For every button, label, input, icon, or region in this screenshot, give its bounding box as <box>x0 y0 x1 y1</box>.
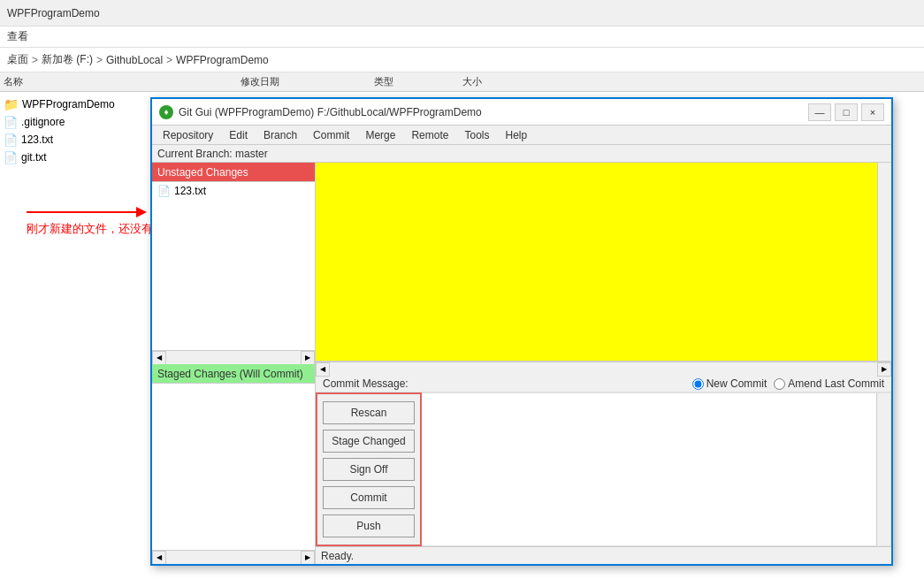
git-title-buttons: — □ × <box>808 103 884 121</box>
current-branch-label: Current Branch: <box>157 148 233 160</box>
new-commit-radio[interactable]: New Commit <box>692 377 767 390</box>
menu-merge[interactable]: Merge <box>358 127 402 143</box>
explorer-title-bar: WPFProgramDemo <box>0 0 924 27</box>
unstaged-scrollbar-h[interactable]: ◀ ▶ <box>152 350 315 364</box>
menu-remote[interactable]: Remote <box>404 127 455 143</box>
commit-message-label: Commit Message: <box>323 377 409 390</box>
git-status-bar: Ready. <box>316 546 891 564</box>
annotation-arrow <box>27 203 155 221</box>
commit-text-area <box>422 392 891 546</box>
new-commit-radio-input[interactable] <box>692 378 704 390</box>
doc-icon: 📄 <box>157 185 171 197</box>
file-name: .gitignore <box>21 116 65 128</box>
git-title-left: ♦ Git Gui (WPFProgramDemo) F:/GithubLoca… <box>159 105 482 119</box>
breadcrumb-sep-3: > <box>166 54 172 66</box>
scroll-right-btn[interactable]: ▶ <box>877 362 891 377</box>
git-left-panel: Unstaged Changes 📄 123.txt ◀ ▶ Staged Ch… <box>152 163 316 564</box>
explorer-menu-view[interactable]: 查看 <box>7 29 28 44</box>
staged-files-area <box>152 384 315 550</box>
git-title-bar: ♦ Git Gui (WPFProgramDemo) F:/GithubLoca… <box>152 99 891 126</box>
sign-off-button[interactable]: Sign Off <box>323 458 415 481</box>
git-main-content: Unstaged Changes 📄 123.txt ◀ ▶ Staged Ch… <box>152 163 891 564</box>
new-commit-label: New Commit <box>706 377 767 390</box>
git-right-panel: ◀ ▶ Commit Message: New Commit <box>316 163 891 564</box>
unstaged-files-area: 📄 123.txt <box>152 182 315 350</box>
explorer-title: WPFProgramDemo <box>7 7 100 19</box>
file-name: 123.txt <box>21 133 53 146</box>
col-header-type[interactable]: 类型 <box>340 75 428 88</box>
breadcrumb-sep-2: > <box>96 54 103 66</box>
staged-scrollbar-h[interactable]: ◀ ▶ <box>152 550 315 564</box>
scroll-left-btn[interactable]: ◀ <box>152 351 166 365</box>
diff-scrollbar-v[interactable] <box>877 163 891 361</box>
amend-commit-label: Amend Last Commit <box>788 377 884 390</box>
breadcrumb-wpfprogramdemo[interactable]: WPFProgramDemo <box>176 54 269 66</box>
scroll-right-btn[interactable]: ▶ <box>301 351 315 365</box>
git-title-text: Git Gui (WPFProgramDemo) F:/GithubLocal/… <box>179 106 482 118</box>
col-header-date[interactable]: 修改日期 <box>180 75 340 88</box>
commit-scrollbar-v[interactable] <box>876 393 890 545</box>
commit-type-radio-group: New Commit Amend Last Commit <box>692 377 884 390</box>
current-branch-value: master <box>235 148 268 160</box>
unstaged-header: Unstaged Changes <box>152 163 315 182</box>
restore-button[interactable]: □ <box>835 103 858 121</box>
unstaged-filename: 123.txt <box>174 185 206 197</box>
folder-icon: 📁 <box>4 97 19 111</box>
diff-scrollbar-h[interactable]: ◀ ▶ <box>316 362 891 376</box>
file-icon: 📄 <box>4 151 18 164</box>
git-menu-bar: Repository Edit Branch Commit Merge Remo… <box>152 126 891 145</box>
stage-changed-button[interactable]: Stage Changed <box>323 430 415 453</box>
minimize-button[interactable]: — <box>808 103 831 121</box>
amend-commit-radio-input[interactable] <box>774 378 785 390</box>
menu-branch[interactable]: Branch <box>256 127 304 143</box>
commit-message-input[interactable] <box>422 393 890 545</box>
breadcrumb-drive[interactable]: 新加卷 (F:) <box>42 52 93 67</box>
col-header-size[interactable]: 大小 <box>428 75 516 88</box>
diff-display-area <box>316 163 891 362</box>
file-name: WPFProgramDemo <box>22 98 115 110</box>
explorer-menu-bar: 查看 <box>0 27 924 48</box>
breadcrumb-sep-1: > <box>32 54 38 66</box>
breadcrumb-desktop[interactable]: 桌面 <box>7 52 28 67</box>
commit-bottom-area: Rescan Stage Changed Sign Off Commit Pus… <box>316 392 891 546</box>
commit-buttons-panel: Rescan Stage Changed Sign Off Commit Pus… <box>316 392 422 546</box>
git-gui-window: ♦ Git Gui (WPFProgramDemo) F:/GithubLoca… <box>150 97 893 566</box>
commit-button[interactable]: Commit <box>323 486 415 509</box>
breadcrumb-githublocal[interactable]: GithubLocal <box>106 54 163 66</box>
status-text: Ready. <box>321 550 354 562</box>
menu-help[interactable]: Help <box>498 127 534 143</box>
col-header-name[interactable]: 名称 <box>4 75 180 88</box>
file-icon: 📄 <box>4 133 18 147</box>
column-headers: 名称 修改日期 类型 大小 <box>0 72 924 92</box>
close-button[interactable]: × <box>861 103 884 121</box>
menu-repository[interactable]: Repository <box>156 127 220 143</box>
file-icon: 📄 <box>4 116 18 129</box>
amend-commit-radio[interactable]: Amend Last Commit <box>774 377 884 390</box>
git-gui-icon: ♦ <box>159 105 173 119</box>
rescan-button[interactable]: Rescan <box>323 401 415 424</box>
commit-message-area: Commit Message: New Commit Amend Last Co… <box>316 376 891 546</box>
file-name: git.txt <box>21 151 47 164</box>
menu-commit[interactable]: Commit <box>306 127 356 143</box>
breadcrumb: 桌面 > 新加卷 (F:) > GithubLocal > WPFProgram… <box>0 48 924 72</box>
current-branch-bar: Current Branch: master <box>152 145 891 163</box>
staged-header: Staged Changes (Will Commit) <box>152 364 315 384</box>
unstaged-file-entry[interactable]: 📄 123.txt <box>152 182 315 200</box>
scroll-left-btn[interactable]: ◀ <box>316 362 330 377</box>
push-button[interactable]: Push <box>323 514 415 537</box>
menu-edit[interactable]: Edit <box>222 127 255 143</box>
commit-message-header: Commit Message: New Commit Amend Last Co… <box>316 376 891 392</box>
menu-tools[interactable]: Tools <box>457 127 496 143</box>
scroll-left-btn[interactable]: ◀ <box>152 551 166 565</box>
scroll-right-btn[interactable]: ▶ <box>301 551 315 565</box>
